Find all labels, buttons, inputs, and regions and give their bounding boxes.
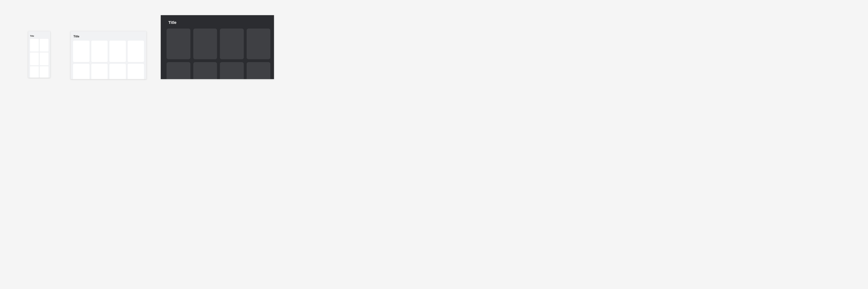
panel-medium-light: Title — [70, 31, 147, 79]
card[interactable] — [128, 64, 144, 79]
card[interactable] — [166, 29, 190, 59]
card[interactable] — [73, 41, 90, 62]
card-grid — [166, 29, 270, 79]
card[interactable] — [247, 29, 271, 59]
panel-small-light: Title — [28, 31, 50, 78]
card[interactable] — [73, 64, 90, 79]
card[interactable] — [110, 41, 126, 62]
card[interactable] — [110, 64, 126, 79]
panel-title: Title — [73, 35, 144, 38]
card[interactable] — [30, 66, 39, 78]
panel-title: Title — [168, 20, 270, 25]
panel-large-dark: Title — [161, 15, 274, 79]
card[interactable] — [166, 62, 190, 79]
card[interactable] — [91, 41, 108, 62]
panel-title: Title — [30, 35, 49, 37]
card[interactable] — [91, 64, 108, 79]
card[interactable] — [30, 39, 39, 51]
card[interactable] — [30, 52, 39, 65]
card-grid — [73, 41, 144, 79]
card[interactable] — [220, 62, 244, 79]
card[interactable] — [40, 66, 49, 78]
card[interactable] — [40, 52, 49, 65]
card[interactable] — [128, 41, 144, 62]
card-grid — [30, 39, 49, 78]
card[interactable] — [220, 29, 244, 59]
card[interactable] — [193, 62, 217, 79]
card[interactable] — [193, 29, 217, 59]
card[interactable] — [247, 62, 271, 79]
card[interactable] — [40, 39, 49, 51]
